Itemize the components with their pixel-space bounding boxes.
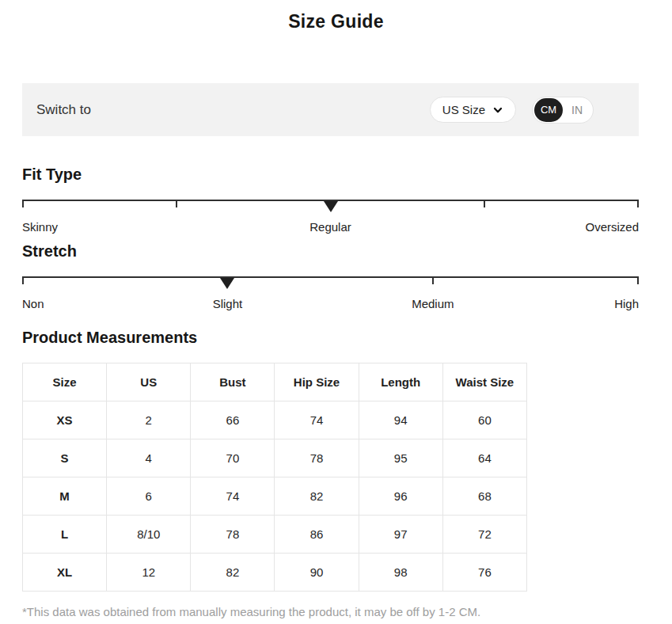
- measurement-cell: 74: [191, 478, 275, 516]
- column-header: Hip Size: [275, 363, 359, 401]
- slider-tick: [22, 201, 24, 207]
- measurement-cell: 72: [442, 516, 526, 554]
- slider-tick: [637, 278, 639, 284]
- slider-label: High: [614, 297, 639, 310]
- table-row: S470789564: [23, 439, 527, 478]
- chevron-down-icon: [492, 105, 503, 116]
- column-header: Size: [23, 363, 107, 401]
- measurement-cell: 70: [191, 439, 275, 478]
- size-cell: XS: [23, 401, 107, 439]
- measurement-cell: 78: [275, 439, 359, 478]
- fit-type-track: [22, 200, 639, 207]
- measurement-cell: 96: [359, 478, 442, 516]
- measurement-footnote: *This data was obtained from manually me…: [22, 605, 672, 618]
- slider-label: Oversized: [585, 220, 639, 234]
- slider-tick: [22, 278, 24, 284]
- measurement-cell: 60: [442, 401, 526, 439]
- product-measurements-heading: Product Measurements: [22, 329, 672, 347]
- column-header: Length: [359, 363, 442, 401]
- measurement-cell: 90: [275, 554, 359, 592]
- measurement-cell: 2: [107, 401, 191, 439]
- measurement-cell: 86: [275, 516, 359, 554]
- size-standard-selected: US Size: [442, 103, 485, 116]
- measurement-cell: 64: [442, 439, 526, 478]
- measurement-cell: 78: [191, 516, 275, 554]
- size-standard-dropdown[interactable]: US Size: [430, 97, 516, 123]
- switch-bar: Switch to US Size CM IN: [22, 83, 639, 136]
- stretch-labels: NonSlightMediumHigh: [22, 297, 639, 311]
- fit-type-heading: Fit Type: [22, 166, 672, 184]
- measurement-cell: 66: [191, 401, 275, 439]
- fit-type-slider: SkinnyRegularOversized: [22, 200, 639, 234]
- table-row: M674829668: [23, 478, 527, 516]
- size-cell: M: [23, 478, 107, 516]
- slider-marker-triangle-icon: [220, 278, 234, 289]
- measurement-cell: 6: [107, 478, 191, 516]
- measurement-cell: 97: [359, 516, 442, 554]
- stretch-slider: NonSlightMediumHigh: [22, 276, 639, 311]
- page-title: Size Guide: [0, 11, 672, 32]
- unit-option-in[interactable]: IN: [563, 98, 591, 122]
- table-row: L8/1078869772: [23, 516, 527, 554]
- slider-label: Skinny: [22, 220, 58, 234]
- column-header: US: [107, 363, 191, 401]
- table-row: XS266749460: [23, 401, 527, 439]
- measurement-cell: 74: [275, 401, 359, 439]
- slider-label: Slight: [213, 297, 243, 310]
- measurement-cell: 82: [191, 554, 275, 592]
- measurement-cell: 12: [107, 554, 191, 592]
- stretch-heading: Stretch: [22, 242, 672, 261]
- column-header: Waist Size: [442, 363, 526, 401]
- measurement-cell: 76: [442, 554, 526, 592]
- column-header: Bust: [191, 363, 275, 401]
- slider-tick: [484, 201, 485, 207]
- table-row: XL1282909876: [23, 554, 527, 592]
- measurement-cell: 4: [107, 439, 191, 478]
- slider-label: Medium: [412, 297, 454, 310]
- measurements-table: SizeUSBustHip SizeLengthWaist Size XS266…: [22, 363, 527, 592]
- fit-type-labels: SkinnyRegularOversized: [22, 220, 639, 234]
- size-cell: S: [23, 439, 107, 478]
- slider-label: Regular: [309, 220, 351, 234]
- slider-tick: [637, 201, 639, 207]
- measurement-cell: 98: [359, 554, 442, 592]
- slider-marker-triangle-icon: [324, 201, 338, 212]
- measurement-cell: 94: [359, 401, 442, 439]
- unit-toggle[interactable]: CM IN: [532, 97, 594, 124]
- measurement-cell: 8/10: [107, 516, 191, 554]
- slider-tick: [432, 278, 434, 284]
- slider-tick: [176, 201, 177, 207]
- table-header-row: SizeUSBustHip SizeLengthWaist Size: [23, 363, 527, 401]
- switch-bar-controls: US Size CM IN: [430, 97, 594, 124]
- measurement-cell: 68: [442, 478, 526, 516]
- size-cell: XL: [23, 554, 107, 592]
- switch-to-label: Switch to: [36, 102, 91, 118]
- stretch-track: [22, 276, 639, 284]
- size-cell: L: [23, 516, 107, 554]
- unit-option-cm[interactable]: CM: [534, 98, 563, 122]
- measurement-cell: 95: [359, 439, 442, 478]
- measurement-cell: 82: [275, 478, 359, 516]
- slider-label: Non: [22, 297, 44, 310]
